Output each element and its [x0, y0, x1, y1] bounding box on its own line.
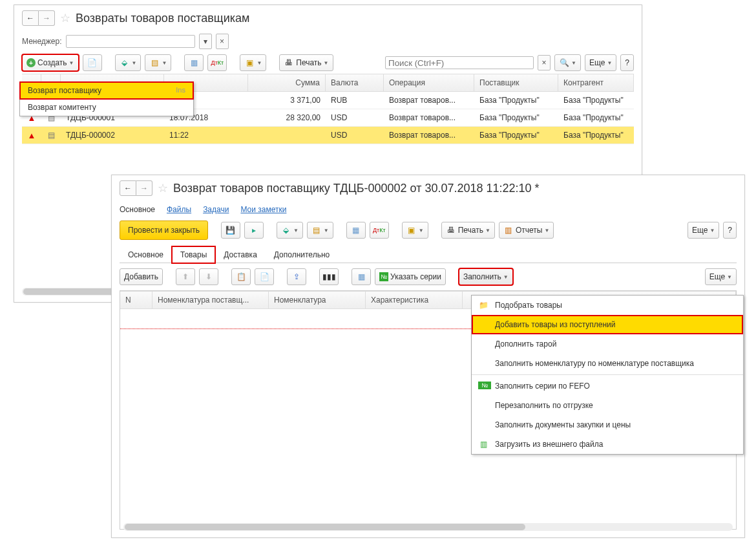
help2-button[interactable]: ?	[723, 222, 737, 239]
import-icon: ▥	[478, 440, 488, 449]
dtkt-button[interactable]: ДтКт	[207, 54, 227, 71]
linktab-tasks[interactable]: Задачи	[203, 205, 229, 214]
save-button[interactable]: 💾	[221, 222, 240, 239]
more3-button[interactable]: Еще▼	[705, 268, 737, 285]
tab-goods[interactable]: Товары	[172, 246, 215, 263]
linktab-files[interactable]: Файлы	[167, 205, 191, 214]
props-button[interactable]: ▦	[352, 268, 371, 285]
tab-main[interactable]: Основное	[120, 246, 172, 263]
folder-icon: 📁	[478, 301, 488, 310]
col-supplier[interactable]: Поставщик	[474, 74, 558, 91]
help-button[interactable]: ?	[620, 54, 634, 71]
col-nom[interactable]: Номенклатура	[269, 292, 366, 308]
search-input[interactable]	[385, 56, 534, 69]
post-button[interactable]: ▸	[244, 222, 264, 239]
col-counterparty[interactable]: Контрагент	[558, 74, 634, 91]
reports-button[interactable]: ▥Отчеты▼	[499, 222, 554, 239]
series-icon: №	[478, 382, 491, 389]
menu-item-add-from-receipts[interactable]: Добавить товары из поступлений	[472, 315, 743, 334]
col-nom-supplier[interactable]: Номенклатура поставщ...	[152, 292, 269, 308]
createbased-icon: ▣	[406, 225, 417, 235]
createbased2-button[interactable]: ▣▼	[402, 222, 428, 239]
manager-input[interactable]	[66, 35, 195, 48]
col-currency[interactable]: Валюта	[326, 74, 384, 91]
plus-icon: +	[26, 58, 36, 67]
search-clear-button[interactable]: ×	[538, 55, 551, 70]
list-icon: ▦	[189, 58, 199, 68]
col-char[interactable]: Характеристика	[366, 292, 463, 308]
menu-item-refill-shipment[interactable]: Перезаполнить по отгрузке	[472, 396, 743, 415]
barcode-button[interactable]: ▮▮▮	[319, 268, 339, 285]
move-down-button[interactable]: ⬇	[199, 268, 218, 285]
dtkt2-button[interactable]: ДтКт	[370, 222, 389, 239]
menu-item-return-commitent[interactable]: Возврат комитенту	[20, 99, 193, 116]
menu-item-return-supplier[interactable]: Возврат поставщику Ins	[20, 82, 193, 99]
menu-item-fill-fefo[interactable]: № Заполнить серии по FEFO	[472, 376, 743, 396]
print2-button[interactable]: 🖶Печать▼	[441, 222, 495, 239]
share-icon: ⇪	[291, 272, 302, 282]
createbased-icon: ▣	[244, 58, 255, 68]
copy-icon: 📋	[236, 272, 246, 282]
menu-item-fill-purchase-docs[interactable]: Заполнить документы закупки и цены	[472, 415, 743, 435]
favorite-star-icon[interactable]: ☆	[158, 181, 168, 195]
arrow-up-icon: ⬆	[180, 272, 191, 282]
fill-button[interactable]: Заполнить▼	[459, 268, 513, 285]
linktab-main[interactable]: Основное	[120, 205, 155, 214]
menu-item-pick-goods[interactable]: 📁 Подобрать товары	[472, 296, 743, 315]
favorite-star-icon[interactable]: ☆	[60, 11, 70, 25]
paste-icon: 📄	[259, 272, 269, 282]
col-n[interactable]: N	[120, 292, 152, 308]
move-up-button[interactable]: ⬆	[176, 268, 195, 285]
tab-delivery[interactable]: Доставка	[215, 246, 266, 263]
tab-extra[interactable]: Дополнительно	[266, 246, 338, 263]
post-close-button[interactable]: Провести и закрыть	[120, 221, 208, 240]
add-row-button[interactable]: Добавить	[120, 268, 163, 285]
copy-button[interactable]: 📄	[83, 54, 102, 71]
series-icon: №	[379, 272, 388, 281]
menu-item-fill-nomenclature[interactable]: Заполнить номенклатуру по номенклатуре п…	[472, 354, 743, 373]
window-title: Возврат товаров поставщику ТДЦБ-000002 о…	[173, 182, 540, 195]
status2-button[interactable]: ⬙▼	[277, 222, 303, 239]
menu-item-add-tare[interactable]: Дополнить тарой	[472, 334, 743, 354]
nav-forward-button[interactable]: →	[39, 10, 55, 26]
paste-row-button[interactable]: 📄	[255, 268, 274, 285]
search-button[interactable]: 🔍▼	[554, 54, 581, 71]
h-scrollbar2[interactable]	[123, 523, 733, 531]
nav-back-button[interactable]: ←	[120, 180, 136, 196]
barcode-icon: ▮▮▮	[324, 272, 334, 282]
structure-icon: ▤	[311, 225, 322, 235]
menu-item-load-external[interactable]: ▥ Загрузить из внешнего файла	[472, 435, 743, 454]
create-menu: Возврат поставщику Ins Возврат комитенту	[19, 81, 194, 116]
print-button[interactable]: 🖶Печать▼	[279, 54, 333, 71]
col-operation[interactable]: Операция	[384, 74, 474, 91]
share-button[interactable]: ⇪	[287, 268, 306, 285]
fill-menu: 📁 Подобрать товары Добавить товары из по…	[471, 295, 744, 455]
list2-button[interactable]: ▦	[346, 222, 366, 239]
more-button[interactable]: Еще▼	[585, 54, 616, 71]
nav-forward-button[interactable]: →	[136, 180, 152, 196]
manager-label: Менеджер:	[22, 37, 62, 46]
printer-icon: 🖶	[446, 225, 456, 235]
copy-row-button[interactable]: 📋	[231, 268, 251, 285]
manager-clear-button[interactable]: ×	[216, 34, 229, 49]
col-sum[interactable]: Сумма	[248, 74, 326, 91]
status-button[interactable]: ⬙▼	[115, 54, 142, 71]
more2-button[interactable]: Еще▼	[688, 222, 719, 239]
doc-toolbar: Провести и закрыть 💾 ▸ ⬙▼ ▤▼ ▦ ДтКт ▣▼ 🖶…	[112, 218, 744, 242]
linktab-notes[interactable]: Мои заметки	[240, 205, 286, 214]
structure-button[interactable]: ▤▼	[145, 54, 171, 71]
series-button[interactable]: №Указать серии	[375, 268, 446, 285]
printer-icon: 🖶	[284, 58, 294, 68]
scrollbar-thumb[interactable]	[125, 524, 525, 530]
save-icon: 💾	[226, 225, 236, 235]
structure2-button[interactable]: ▤▼	[307, 222, 333, 239]
createbased-button[interactable]: ▣▼	[240, 54, 266, 71]
window-return-document: ← → ☆ Возврат товаров поставщику ТДЦБ-00…	[111, 175, 745, 538]
manager-dropdown-button[interactable]: ▾	[199, 34, 212, 49]
list-button[interactable]: ▦	[184, 54, 204, 71]
props-icon: ▦	[356, 272, 366, 282]
nav-back-button[interactable]: ←	[22, 10, 39, 26]
status-icon: ⬙	[281, 225, 291, 235]
create-button[interactable]: + Создать ▼	[22, 54, 79, 71]
table-row[interactable]: ▲▤ТДЦБ-00000211:22USDВозврат товаров...Б…	[22, 127, 634, 144]
